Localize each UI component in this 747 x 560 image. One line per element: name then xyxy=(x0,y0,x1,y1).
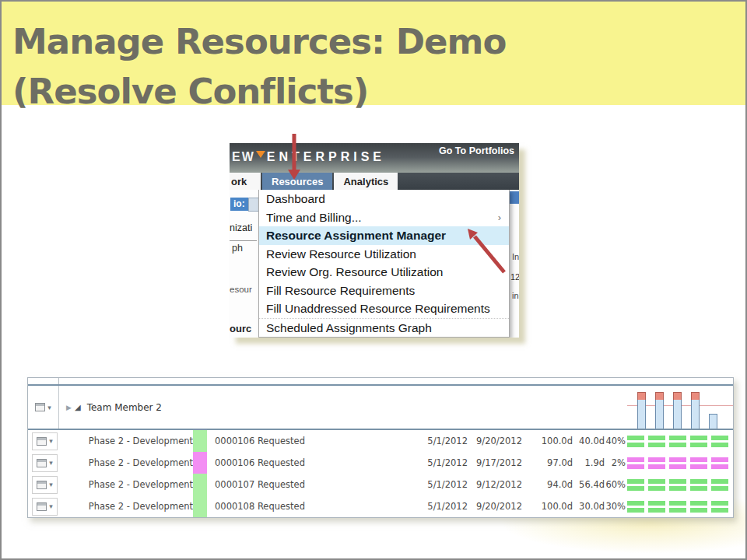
assignment-row[interactable]: ▾ Phase 2 - Development 0000108 Requeste… xyxy=(28,495,733,517)
logo-triangle-icon xyxy=(256,151,265,158)
go-to-portfolios-link[interactable]: Go To Portfolios xyxy=(439,145,514,156)
expanded-indicator-icon[interactable]: ◢ xyxy=(75,403,81,411)
fragment-resource-bold: ourc xyxy=(230,323,251,334)
overallocation-cap xyxy=(691,392,700,400)
chevron-down-icon: ▾ xyxy=(49,481,53,488)
row-menu-button[interactable]: ▾ xyxy=(32,432,58,450)
percent-cell: 2% xyxy=(605,457,626,468)
page-title: Manage Resources: Demo (Resolve Conflict… xyxy=(12,17,506,117)
histogram-bar xyxy=(655,398,664,429)
group-row-menu-button[interactable]: ▾ xyxy=(28,386,59,429)
histogram-bar xyxy=(709,414,717,429)
app-page-background: io: nizati ph esour ourc In 12 in Dashbo… xyxy=(230,190,519,338)
fragment-organization: nizati xyxy=(230,222,252,233)
fragment-right-2: 12 xyxy=(510,272,519,282)
utilization-histogram xyxy=(627,386,735,429)
id-status-cell: 0000107 Requested xyxy=(207,479,331,490)
grid-header-divider xyxy=(28,378,59,384)
group-row-team-member: ▾ ▶ ◢ Team Member 2 xyxy=(28,386,733,430)
page-title-line2: (Resolve Conflicts) xyxy=(12,67,506,117)
work-cell: 56.4d xyxy=(573,479,605,490)
gantt-bar xyxy=(627,435,730,447)
percent-cell: 40% xyxy=(605,436,626,446)
fragment-right-3: in xyxy=(512,291,519,300)
duration-cell: 100.0d xyxy=(522,436,573,446)
phase-cell: Phase 2 - Development xyxy=(59,457,193,468)
tab-resources[interactable]: Resources xyxy=(262,173,332,190)
phase-cell: Phase 2 - Development xyxy=(59,436,193,446)
resources-dropdown-menu: Dashboard Time and Billing... › Resource… xyxy=(258,190,510,338)
menu-item-resource-assignment-manager[interactable]: Resource Assignment Manager xyxy=(259,226,509,245)
finish-date-cell: 9/17/2012 xyxy=(468,457,522,468)
conflict-flag xyxy=(193,495,207,517)
histogram-bar xyxy=(637,398,646,429)
tab-analytics[interactable]: Analytics xyxy=(334,173,398,190)
menu-item-dashboard[interactable]: Dashboard xyxy=(259,190,509,208)
percent-cell: 30% xyxy=(605,501,626,512)
window-icon xyxy=(35,403,45,411)
overallocation-cap xyxy=(655,392,664,400)
menu-item-fill-resource-requirements[interactable]: Fill Resource Requirements xyxy=(259,282,509,300)
id-status-cell: 0000108 Requested xyxy=(207,501,331,512)
window-icon xyxy=(37,481,47,489)
tab-bar: ork Resources Analytics xyxy=(230,173,519,190)
row-menu-button[interactable]: ▾ xyxy=(32,476,58,494)
assignment-row[interactable]: ▾ Phase 2 - Development 0000106 Requeste… xyxy=(28,430,733,452)
fragment-resource: esour xyxy=(230,285,252,294)
duration-cell: 100.0d xyxy=(522,501,573,512)
logo-text-prefix: EW xyxy=(232,150,255,164)
duration-cell: 94.0d xyxy=(522,479,573,490)
tab-work[interactable]: ork xyxy=(230,173,261,190)
start-date-cell: 5/1/2012 xyxy=(412,501,468,512)
start-date-cell: 5/1/2012 xyxy=(412,457,468,468)
menu-item-scheduled-assignments-graph[interactable]: Scheduled Assignments Graph xyxy=(259,318,509,338)
id-status-cell: 0000106 Requested xyxy=(207,436,331,446)
work-cell: 30.0d xyxy=(573,501,605,512)
percent-cell: 60% xyxy=(605,479,626,490)
histogram-bar xyxy=(691,398,700,429)
chevron-down-icon: ▾ xyxy=(49,437,53,445)
id-status-cell: 0000106 Requested xyxy=(207,457,331,468)
collapse-toggle-icon[interactable]: ▶ xyxy=(66,404,72,411)
menu-item-review-resource-utilization[interactable]: Review Resource Utilization xyxy=(259,245,509,264)
window-icon xyxy=(37,437,47,446)
work-cell: 40.0d xyxy=(573,436,605,446)
menu-item-fill-unaddressed-resource-requirements[interactable]: Fill Unaddressed Resource Requirements xyxy=(259,299,509,318)
histogram-bar xyxy=(673,398,682,429)
row-menu-button[interactable]: ▾ xyxy=(32,498,58,516)
row-menu-button[interactable]: ▾ xyxy=(32,454,58,472)
window-icon xyxy=(37,502,47,511)
menu-item-time-and-billing[interactable]: Time and Billing... › xyxy=(259,208,509,227)
finish-date-cell: 9/20/2012 xyxy=(468,436,522,446)
phase-cell: Phase 2 - Development xyxy=(59,501,193,512)
overallocation-cap xyxy=(673,392,682,400)
fragment-graph: ph xyxy=(232,243,243,254)
phase-cell: Phase 2 - Development xyxy=(59,479,193,490)
chevron-down-icon: ▾ xyxy=(49,459,53,467)
duration-cell: 97.0d xyxy=(522,457,573,468)
conflict-flag xyxy=(193,452,207,474)
menu-item-review-org-resource-utilization[interactable]: Review Org. Resource Utilization xyxy=(259,263,509,282)
window-icon xyxy=(37,459,47,467)
gantt-bar xyxy=(627,478,730,491)
overallocation-cap xyxy=(637,392,646,400)
assignment-row[interactable]: ▾ Phase 2 - Development 0000106 Requeste… xyxy=(28,452,733,474)
conflict-flag xyxy=(193,430,207,452)
app-screenshot: EW ENTERPRISE Go To Portfolios ork Resou… xyxy=(230,143,519,338)
chevron-down-icon: ▾ xyxy=(49,502,53,510)
app-header: EW ENTERPRISE Go To Portfolios xyxy=(230,143,519,173)
group-row-label: Team Member 2 xyxy=(87,402,162,413)
fragment-divider-line xyxy=(230,240,257,241)
fragment-portfolio-label: io: xyxy=(230,198,248,211)
page-title-line1: Manage Resources: Demo xyxy=(12,17,506,67)
logo-text-main: ENTERPRISE xyxy=(267,150,385,164)
assignment-grid: ▾ ▶ ◢ Team Member 2 ▾ Phase 2 - Developm… xyxy=(27,377,734,518)
gantt-bar xyxy=(627,500,730,513)
grid-header-strip xyxy=(28,378,733,386)
app-logo: EW ENTERPRISE xyxy=(232,150,385,164)
gantt-bar xyxy=(627,457,730,469)
finish-date-cell: 9/20/2012 xyxy=(468,501,522,512)
conflict-flag xyxy=(193,474,207,495)
assignment-row[interactable]: ▾ Phase 2 - Development 0000107 Requeste… xyxy=(28,474,733,495)
chevron-down-icon: ▾ xyxy=(47,404,51,411)
